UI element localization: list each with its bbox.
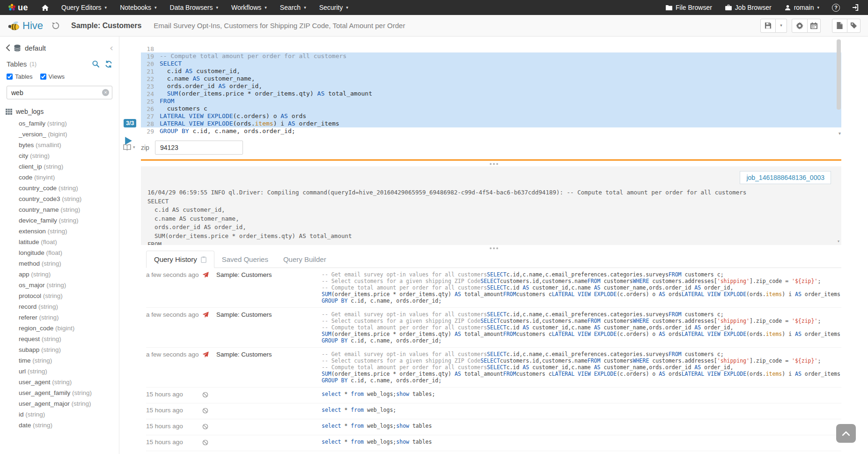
job-browser-button[interactable]: Job Browser bbox=[719, 0, 778, 15]
column-item[interactable]: country_code (string) bbox=[0, 183, 119, 194]
column-item[interactable]: record (string) bbox=[0, 301, 119, 312]
tables-checkbox[interactable] bbox=[7, 74, 13, 80]
collapse-assist-button[interactable]: ‹ bbox=[110, 43, 113, 52]
code-editor[interactable]: 1819-- Compute total amount per order fo… bbox=[141, 37, 841, 135]
help-button[interactable]: ? bbox=[826, 0, 846, 15]
column-item[interactable]: user_agent_family (string) bbox=[0, 387, 119, 398]
tab-query-history[interactable]: Query History bbox=[146, 251, 214, 268]
table-filter-input[interactable] bbox=[7, 86, 112, 99]
tables-filter[interactable]: Tables bbox=[7, 73, 33, 80]
column-name: date bbox=[19, 422, 31, 429]
documentation-button[interactable] bbox=[832, 19, 847, 33]
column-item[interactable]: city (string) bbox=[0, 150, 119, 161]
views-filter[interactable]: Views bbox=[40, 73, 65, 80]
variable-zip-input[interactable] bbox=[155, 141, 243, 155]
views-checkbox[interactable] bbox=[40, 74, 46, 80]
column-item[interactable]: code (tinyint) bbox=[0, 172, 119, 183]
history-row[interactable]: a few seconds agoSample: Customers-- Get… bbox=[146, 348, 841, 387]
nav-menu-security[interactable]: Security▾ bbox=[313, 0, 355, 15]
column-item[interactable]: country_code3 (string) bbox=[0, 194, 119, 204]
column-item[interactable]: os_major (string) bbox=[0, 280, 119, 290]
nav-menu-query-editors[interactable]: Query Editors▾ bbox=[55, 0, 113, 15]
column-item[interactable]: device_family (string) bbox=[0, 215, 119, 226]
scroll-to-top-button[interactable] bbox=[836, 424, 856, 443]
nav-menu-search[interactable]: Search▾ bbox=[273, 0, 313, 15]
job-link[interactable]: job_1461888648136_0003 bbox=[740, 171, 831, 184]
scroll-down-icon[interactable]: ▾ bbox=[839, 131, 841, 136]
sql-token: * bbox=[341, 391, 351, 397]
sql-token: items bbox=[766, 291, 782, 298]
column-item[interactable]: referer (string) bbox=[0, 312, 119, 323]
execute-button[interactable] bbox=[125, 137, 132, 145]
column-item[interactable]: id (string) bbox=[0, 409, 119, 420]
history-row[interactable]: a few seconds agoSample: Customers-- Get… bbox=[146, 308, 841, 348]
back-button[interactable] bbox=[6, 45, 10, 51]
history-row[interactable]: 15 hours agoselect * from web_logs;show … bbox=[146, 435, 841, 451]
sql-token: customers bbox=[600, 357, 633, 364]
sql-token: '${zip}' bbox=[792, 278, 817, 284]
hue-flower-icon bbox=[7, 3, 16, 12]
nav-menu-workflows[interactable]: Workflows▾ bbox=[225, 0, 273, 15]
query-settings-button[interactable] bbox=[792, 19, 808, 33]
column-item[interactable]: latitude (float) bbox=[0, 237, 119, 247]
column-item[interactable]: app (string) bbox=[0, 269, 119, 280]
history-row[interactable]: 15 hours agoselect * from web_logs;show … bbox=[146, 451, 841, 454]
tab-query-builder[interactable]: Query Builder bbox=[276, 251, 334, 268]
tab-saved-queries[interactable]: Saved Queries bbox=[214, 251, 276, 268]
column-item[interactable]: url (string) bbox=[0, 366, 119, 377]
file-browser-button[interactable]: File Browser bbox=[659, 0, 719, 15]
column-item[interactable]: longitude (float) bbox=[0, 247, 119, 258]
table-item-web-logs[interactable]: web_logs bbox=[0, 108, 119, 115]
history-row[interactable]: 15 hours agoselect * from web_logs;show … bbox=[146, 387, 841, 403]
tags-button[interactable] bbox=[847, 19, 861, 33]
column-item[interactable]: time (string) bbox=[0, 355, 119, 366]
column-item[interactable]: user_agent_major (string) bbox=[0, 398, 119, 409]
column-item[interactable]: os_family (string) bbox=[0, 118, 119, 129]
save-button[interactable] bbox=[760, 19, 776, 33]
scroll-down-icon[interactable]: ▾ bbox=[837, 239, 840, 244]
tab-label: Query Builder bbox=[283, 255, 326, 263]
resize-handle-top[interactable] bbox=[119, 161, 868, 166]
sql-token: FROM bbox=[588, 318, 601, 324]
column-item[interactable]: bytes (smallint) bbox=[0, 140, 119, 150]
column-item[interactable]: user_agent (string) bbox=[0, 377, 119, 387]
column-item[interactable]: request (string) bbox=[0, 334, 119, 344]
column-item[interactable]: client_ip (string) bbox=[0, 161, 119, 172]
column-item[interactable]: date (string) bbox=[0, 420, 119, 431]
column-item[interactable]: country_name (string) bbox=[0, 204, 119, 215]
column-item[interactable]: protocol (string) bbox=[0, 290, 119, 301]
save-options-button[interactable]: ▾ bbox=[776, 19, 787, 33]
column-item[interactable]: _version_ (bigint) bbox=[0, 129, 119, 140]
history-row[interactable]: 15 hours agoselect * from web_logs; bbox=[146, 403, 841, 419]
hue-logo[interactable]: ue bbox=[0, 0, 36, 15]
column-item[interactable]: region_code (bigint) bbox=[0, 323, 119, 334]
nav-menu-data-browsers[interactable]: Data Browsers▾ bbox=[163, 0, 225, 15]
sql-token: ].zip_code = bbox=[750, 278, 792, 284]
column-item[interactable]: extension (string) bbox=[0, 226, 119, 237]
snippet-type-button[interactable]: ▾ bbox=[123, 144, 135, 150]
tables-count: (1) bbox=[29, 61, 37, 67]
gear-icon bbox=[796, 22, 803, 30]
sql-token: items bbox=[766, 371, 782, 377]
hive-app-button[interactable]: Hive bbox=[7, 20, 43, 32]
scrollbar-thumb[interactable] bbox=[837, 39, 841, 110]
home-button[interactable] bbox=[36, 0, 55, 15]
user-menu[interactable]: romain ▾ bbox=[778, 0, 826, 15]
nav-menu-notebooks[interactable]: Notebooks▾ bbox=[113, 0, 163, 15]
logout-button[interactable] bbox=[846, 0, 868, 15]
column-item[interactable]: method (string) bbox=[0, 258, 119, 269]
database-name[interactable]: default bbox=[25, 44, 46, 52]
history-row[interactable]: 15 hours agoselect * from web_logs;show … bbox=[146, 419, 841, 435]
columns-list: os_family (string)_version_ (bigint)byte… bbox=[0, 118, 119, 431]
query-title[interactable]: Sample: Customers bbox=[71, 22, 141, 30]
recent-queries-button[interactable] bbox=[51, 22, 60, 30]
history-row[interactable]: a few seconds agoSample: Customers-- Get… bbox=[146, 268, 841, 308]
schedule-button[interactable] bbox=[808, 19, 821, 33]
editor-scrollbar[interactable]: ▾ bbox=[836, 39, 841, 134]
search-tables-button[interactable] bbox=[92, 60, 99, 67]
sql-token: ; bbox=[817, 278, 821, 284]
column-item[interactable]: subapp (string) bbox=[0, 344, 119, 355]
resize-handle-bottom[interactable] bbox=[119, 245, 868, 251]
refresh-tables-button[interactable] bbox=[105, 60, 112, 68]
clear-filter-icon[interactable]: × bbox=[102, 89, 109, 96]
